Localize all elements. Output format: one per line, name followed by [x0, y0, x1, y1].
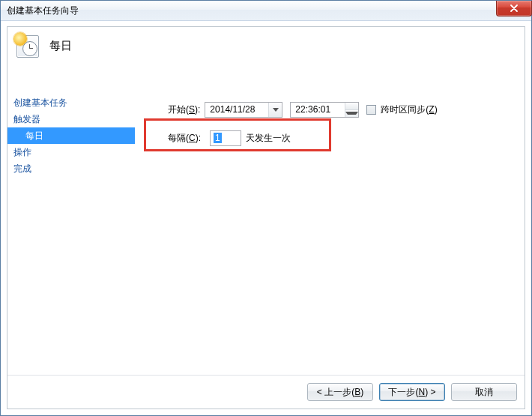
interval-row: 每隔(C): 1 天发生一次 [168, 127, 519, 148]
spinner-up-icon[interactable] [345, 103, 358, 110]
tz-sync-checkbox[interactable] [366, 105, 376, 115]
window-title: 创建基本任务向导 [7, 4, 79, 17]
wizard-header: 每日 [7, 27, 525, 64]
start-date-picker[interactable]: 2014/11/28 [205, 102, 282, 118]
spinner-down-icon[interactable] [345, 110, 358, 117]
back-button[interactable]: < 上一步(B) [307, 383, 373, 401]
wizard-window: 创建基本任务向导 每日 创建基本任务 触发器 每日 操作 完成 [0, 0, 532, 416]
step-action[interactable]: 操作 [7, 144, 135, 160]
start-time-value: 22:36:01 [291, 103, 345, 117]
wizard-footer: < 上一步(B) 下一步(N) > 取消 [7, 375, 525, 409]
start-label: 开始(S): [168, 103, 200, 116]
form-area: 开始(S): 2014/11/28 22:36:01 [135, 94, 525, 376]
next-button[interactable]: 下一步(N) > [379, 383, 445, 401]
step-daily[interactable]: 每日 [7, 127, 135, 144]
start-row: 开始(S): 2014/11/28 22:36:01 [168, 99, 519, 120]
dropdown-arrow-icon [268, 103, 282, 117]
cancel-button[interactable]: 取消 [451, 383, 517, 401]
close-icon [510, 4, 519, 12]
step-trigger[interactable]: 触发器 [7, 111, 135, 127]
tz-sync-label: 跨时区同步(Z) [381, 103, 437, 116]
step-finish[interactable]: 完成 [7, 160, 135, 177]
step-create-basic-task[interactable]: 创建基本任务 [7, 94, 135, 111]
interval-label: 每隔(C): [168, 132, 201, 145]
titlebar: 创建基本任务向导 [1, 1, 531, 21]
interval-days-value: 1 [214, 133, 222, 143]
wizard-body: 创建基本任务 触发器 每日 操作 完成 开始(S): 2014/11/28 [7, 94, 525, 376]
wizard-steps: 创建基本任务 触发器 每日 操作 完成 [7, 94, 135, 177]
page-title: 每日 [49, 39, 72, 53]
start-time-picker[interactable]: 22:36:01 [290, 102, 359, 118]
start-date-value: 2014/11/28 [205, 103, 268, 117]
interval-unit-label: 天发生一次 [246, 132, 291, 145]
wizard-frame: 每日 创建基本任务 触发器 每日 操作 完成 开始(S): 2014/11/28 [7, 26, 525, 409]
schedule-icon [15, 34, 39, 58]
interval-days-input[interactable]: 1 [210, 130, 241, 146]
close-button[interactable] [496, 1, 532, 16]
